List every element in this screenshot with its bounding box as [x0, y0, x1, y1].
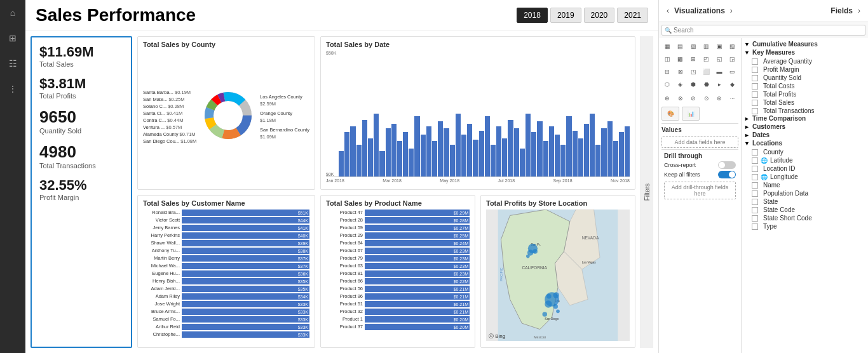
field-item[interactable]: Type	[744, 222, 865, 230]
field-item[interactable]: Total Costs	[744, 82, 865, 90]
viz-icon-5[interactable]: ◰	[701, 53, 712, 65]
field-item[interactable]: Profit Margin	[744, 65, 865, 74]
viz-icon-7[interactable]: ◲	[727, 53, 738, 65]
add-data-field-button[interactable]: Add data fields here	[661, 137, 738, 148]
grid-icon[interactable]: ⊞	[5, 30, 20, 46]
viz-icon-22[interactable]: ⊘	[688, 93, 699, 104]
field-item[interactable]: State Short Code	[744, 214, 865, 222]
field-checkbox[interactable]	[752, 100, 758, 106]
filters-bar[interactable]: Filters	[641, 36, 653, 348]
format-paint-btn[interactable]: 🎨	[661, 107, 679, 121]
viz-icon-16[interactable]: ⬢	[688, 79, 699, 90]
viz-icon-2[interactable]: ◫	[661, 53, 673, 65]
viz-icon-21[interactable]: ⊗	[675, 93, 686, 104]
viz-icon-23[interactable]: ⊙	[701, 93, 712, 104]
year-2018-button[interactable]: 2018	[517, 8, 548, 23]
fields-collapse-arrow[interactable]: ›	[855, 4, 863, 18]
fields-search-box[interactable]: 🔍	[661, 25, 865, 36]
field-item[interactable]: State Code	[744, 206, 865, 214]
viz-expand-arrow[interactable]: ›	[728, 4, 735, 18]
field-item[interactable]: Total Profits	[744, 90, 865, 98]
field-item[interactable]: State	[744, 197, 865, 206]
field-item[interactable]: Quantity Sold	[744, 74, 865, 82]
field-item[interactable]: Population Data	[744, 189, 865, 197]
field-item[interactable]: Total Transactions	[744, 107, 865, 115]
viz-icon-scatter[interactable]: ▣	[714, 41, 725, 52]
field-section-dates[interactable]: ►Dates	[744, 131, 865, 138]
customer-bar-row: Ronald Bra...$51K	[143, 210, 309, 216]
customer-bar-label: Harry Perkins	[143, 232, 180, 238]
field-item[interactable]: Name	[744, 181, 865, 189]
field-checkbox[interactable]	[752, 108, 758, 114]
field-checkbox[interactable]	[752, 58, 758, 65]
field-item[interactable]: 🌐Latitude	[744, 156, 865, 164]
field-item[interactable]: County	[744, 148, 865, 156]
viz-collapse-arrow[interactable]: ‹	[664, 4, 672, 18]
viz-icon-bar[interactable]: ▦	[661, 41, 673, 52]
field-checkbox[interactable]	[752, 207, 758, 213]
viz-icon-area[interactable]: ▥	[701, 41, 712, 52]
viz-icon-col[interactable]: ▤	[675, 41, 686, 52]
viz-icon-17[interactable]: ⬣	[701, 79, 712, 90]
map-chart[interactable]: Total Profits by Store Location	[480, 195, 635, 349]
viz-icon-14[interactable]: ⬡	[661, 79, 673, 90]
viz-icon-4[interactable]: ⊞	[688, 53, 699, 65]
viz-icon-9[interactable]: ⊠	[675, 66, 686, 77]
viz-icon-13[interactable]: ▭	[727, 66, 738, 77]
field-checkbox[interactable]	[752, 190, 758, 197]
keep-filters-toggle[interactable]	[718, 171, 736, 178]
viz-icon-24[interactable]: ⊚	[714, 93, 725, 104]
field-checkbox[interactable]	[752, 174, 758, 180]
chart-icon[interactable]: ☷	[5, 56, 20, 71]
viz-icon-11[interactable]: ⬜	[701, 66, 712, 77]
field-section-locations[interactable]: ▼Locations	[744, 140, 865, 147]
field-checkbox[interactable]	[752, 157, 758, 164]
home-icon[interactable]: ⌂	[5, 5, 20, 20]
date-bar-chart[interactable]: Total Sales by Date $50K $0K Jan 2018 Ma…	[320, 36, 635, 190]
field-checkbox[interactable]	[752, 182, 758, 189]
field-checkbox[interactable]	[752, 91, 758, 98]
field-item[interactable]: Total Sales	[744, 98, 865, 107]
field-item[interactable]: 🌐Longitude	[744, 173, 865, 181]
field-checkbox[interactable]	[752, 149, 758, 156]
fields-search-input[interactable]	[674, 27, 862, 34]
field-checkbox[interactable]	[752, 67, 758, 73]
viz-icon-15[interactable]: ◈	[675, 79, 686, 90]
product-bar-chart[interactable]: Total Sales by Product Name Product 47$0…	[320, 195, 475, 349]
county-donut-chart[interactable]: Total Sales by County Santa Barba... $0.…	[137, 36, 315, 190]
viz-icon-3[interactable]: ▩	[675, 53, 686, 65]
field-section-cumulative-measures[interactable]: ▼Cumulative Measures	[744, 41, 865, 48]
field-section-time-comparison[interactable]: ►Time Comparison	[744, 115, 865, 122]
cross-report-toggle[interactable]	[718, 161, 736, 169]
field-checkbox[interactable]	[752, 75, 758, 81]
data-icon[interactable]: ⋮	[5, 81, 20, 97]
viz-icon-12[interactable]: ▬	[714, 66, 725, 77]
viz-icon-19[interactable]: ◆	[727, 79, 738, 90]
product-bar-value: $0.24M	[454, 241, 468, 245]
field-section-customers[interactable]: ►Customers	[744, 123, 865, 130]
field-item[interactable]: Average Quantity	[744, 57, 865, 65]
viz-icon-18[interactable]: ▸	[714, 79, 725, 90]
values-label: Values	[661, 126, 738, 133]
field-item[interactable]: Location ID	[744, 164, 865, 173]
year-2019-button[interactable]: 2019	[550, 8, 581, 23]
customer-bar-chart[interactable]: Total Sales by Customer Name Ronald Bra.…	[137, 195, 315, 349]
analytics-btn[interactable]: 📊	[682, 107, 700, 121]
viz-icon-more[interactable]: ···	[727, 93, 738, 104]
year-2020-button[interactable]: 2020	[584, 8, 615, 23]
viz-icon-8[interactable]: ⊟	[661, 66, 673, 77]
viz-icon-10[interactable]: ◳	[688, 66, 699, 77]
add-drill-field-button[interactable]: Add drill-through fields here	[664, 182, 736, 199]
field-checkbox[interactable]	[752, 166, 758, 172]
field-checkbox[interactable]	[752, 223, 758, 230]
field-checkbox[interactable]	[752, 83, 758, 90]
field-section-key-measures[interactable]: ▼Key Measures	[744, 49, 865, 56]
field-checkbox[interactable]	[752, 215, 758, 222]
viz-icon-20[interactable]: ⊕	[661, 93, 673, 104]
kpi-total-transactions: 4980 Total Transactions	[39, 142, 123, 170]
field-checkbox[interactable]	[752, 199, 758, 205]
year-2021-button[interactable]: 2021	[617, 8, 648, 23]
viz-icon-pie[interactable]: ▨	[727, 41, 738, 52]
viz-icon-6[interactable]: ◱	[714, 53, 725, 65]
viz-icon-line[interactable]: ▧	[688, 41, 699, 52]
